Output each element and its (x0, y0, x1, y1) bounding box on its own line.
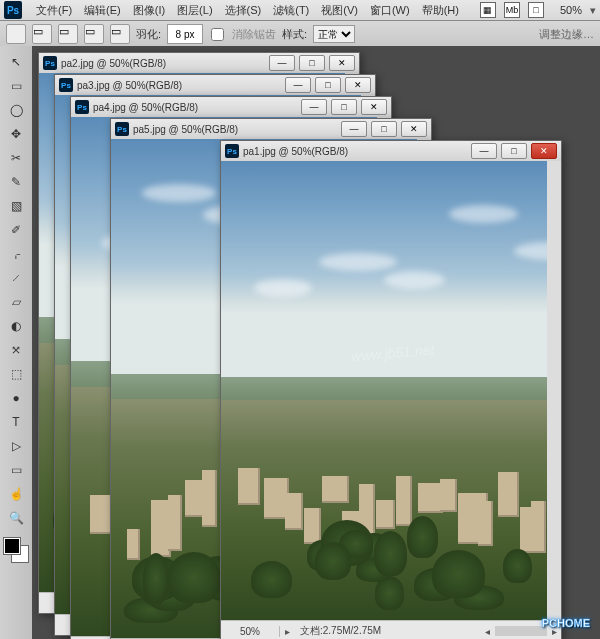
doc-logo-icon: Ps (75, 100, 89, 114)
doc-title: pa5.jpg @ 50%(RGB/8) (133, 124, 337, 135)
antialias-checkbox[interactable] (211, 28, 224, 41)
close-button[interactable]: ✕ (401, 121, 427, 137)
tool-15[interactable]: T (5, 411, 27, 433)
tool-19[interactable]: 🔍 (5, 507, 27, 529)
tool-13[interactable]: ⬚ (5, 363, 27, 385)
tool-0[interactable]: ↖ (5, 51, 27, 73)
minimize-button[interactable]: — (285, 77, 311, 93)
h-scrollbar[interactable] (495, 626, 547, 636)
tool-8[interactable]: ⌌ (5, 243, 27, 265)
marquee-add-icon[interactable]: ▭ (58, 24, 78, 44)
fg-color[interactable] (4, 538, 20, 554)
tool-18[interactable]: ☝ (5, 483, 27, 505)
marquee-int-icon[interactable]: ▭ (110, 24, 130, 44)
menu-帮助H[interactable]: 帮助(H) (416, 1, 465, 20)
tool-4[interactable]: ✂ (5, 147, 27, 169)
doc-logo-icon: Ps (43, 56, 57, 70)
close-button[interactable]: ✕ (345, 77, 371, 93)
menu-图层L[interactable]: 图层(L) (171, 1, 218, 20)
v-scrollbar[interactable] (547, 161, 561, 621)
canvas[interactable]: www.jb51.net (221, 161, 547, 621)
tool-6[interactable]: ▧ (5, 195, 27, 217)
status-info: 文档:2.75M/2.75M (294, 624, 481, 638)
document-window[interactable]: Pspa1.jpg @ 50%(RGB/8)—□✕www.jb51.net50%… (220, 140, 562, 639)
close-button[interactable]: ✕ (531, 143, 557, 159)
tool-16[interactable]: ▷ (5, 435, 27, 457)
minimize-button[interactable]: — (341, 121, 367, 137)
maximize-button[interactable]: □ (299, 55, 325, 71)
tool-5[interactable]: ✎ (5, 171, 27, 193)
doc-logo-icon: Ps (115, 122, 129, 136)
tool-17[interactable]: ▭ (5, 459, 27, 481)
scroll-left-icon[interactable]: ◂ (481, 626, 495, 637)
zoom-menu-icon[interactable]: ▸ (280, 626, 294, 637)
menu-文件F[interactable]: 文件(F) (30, 1, 78, 20)
layout-icon-3[interactable]: □ (528, 2, 544, 18)
tool-14[interactable]: ● (5, 387, 27, 409)
maximize-button[interactable]: □ (501, 143, 527, 159)
minimize-button[interactable]: — (269, 55, 295, 71)
layout-icon-2[interactable]: Mb (504, 2, 520, 18)
feather-label: 羽化: (136, 27, 161, 42)
minimize-button[interactable]: — (301, 99, 327, 115)
style-select[interactable]: 正常 (313, 25, 355, 43)
menu-滤镜T[interactable]: 滤镜(T) (267, 1, 315, 20)
zoom-dropdown-icon[interactable]: ▾ (590, 4, 596, 17)
style-label: 样式: (282, 27, 307, 42)
zoom-field[interactable]: 50% (221, 626, 280, 637)
marquee-sub-icon[interactable]: ▭ (84, 24, 104, 44)
maximize-button[interactable]: □ (331, 99, 357, 115)
minimize-button[interactable]: — (471, 143, 497, 159)
zoom-readout: 50% (560, 4, 582, 16)
refine-edge-button[interactable]: 调整边缘… (539, 27, 594, 42)
menu-编辑E[interactable]: 编辑(E) (78, 1, 127, 20)
doc-title: pa3.jpg @ 50%(RGB/8) (77, 80, 281, 91)
doc-title: pa1.jpg @ 50%(RGB/8) (243, 146, 467, 157)
layout-icon-1[interactable]: ▦ (480, 2, 496, 18)
menu-窗口W[interactable]: 窗口(W) (364, 1, 416, 20)
menu-选择S[interactable]: 选择(S) (219, 1, 268, 20)
menu-图像I[interactable]: 图像(I) (127, 1, 171, 20)
doc-title: pa4.jpg @ 50%(RGB/8) (93, 102, 297, 113)
tool-9[interactable]: ⟋ (5, 267, 27, 289)
doc-logo-icon: Ps (225, 144, 239, 158)
tool-11[interactable]: ◐ (5, 315, 27, 337)
marquee-rect-icon[interactable]: ▭ (32, 24, 52, 44)
doc-logo-icon: Ps (59, 78, 73, 92)
tool-12[interactable]: ⤧ (5, 339, 27, 361)
tool-preset-icon[interactable] (6, 24, 26, 44)
maximize-button[interactable]: □ (315, 77, 341, 93)
tool-1[interactable]: ▭ (5, 75, 27, 97)
doc-title: pa2.jpg @ 50%(RGB/8) (61, 58, 265, 69)
antialias-label: 消除锯齿 (232, 27, 276, 42)
tool-2[interactable]: ◯ (5, 99, 27, 121)
close-button[interactable]: ✕ (361, 99, 387, 115)
maximize-button[interactable]: □ (371, 121, 397, 137)
tool-7[interactable]: ✐ (5, 219, 27, 241)
color-swatch[interactable] (4, 538, 28, 562)
tool-3[interactable]: ✥ (5, 123, 27, 145)
app-logo: Ps (4, 1, 22, 19)
menu-视图V[interactable]: 视图(V) (315, 1, 364, 20)
pchome-watermark: PCHOME (542, 617, 590, 629)
tool-10[interactable]: ▱ (5, 291, 27, 313)
feather-input[interactable] (167, 24, 203, 44)
close-button[interactable]: ✕ (329, 55, 355, 71)
